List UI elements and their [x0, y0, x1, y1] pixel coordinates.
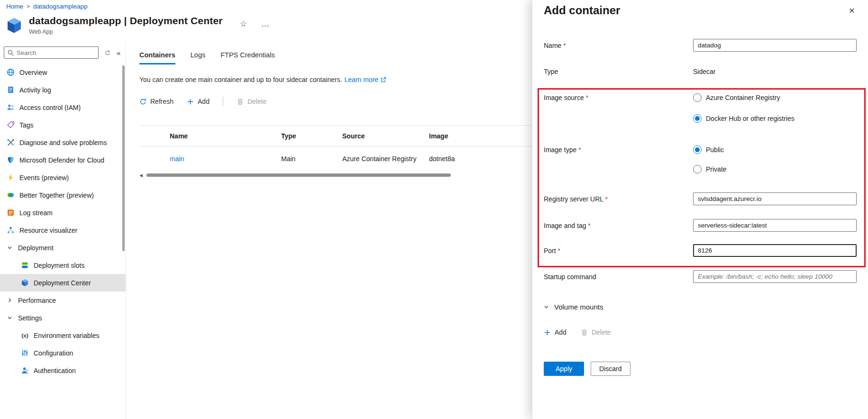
image-source-label: Image source	[544, 93, 693, 101]
tab-logs[interactable]: Logs	[191, 51, 205, 64]
close-icon[interactable]: ×	[846, 5, 858, 16]
sidebar-item-diagnose[interactable]: Diagnose and solve problems	[0, 134, 126, 151]
sidebar-item-log-stream[interactable]: Log stream	[0, 204, 126, 221]
external-link-icon	[380, 77, 386, 83]
sidebar-item-label: Deployment slots	[34, 262, 84, 269]
shield-icon	[7, 156, 15, 164]
tab-containers[interactable]: Containers	[139, 51, 175, 64]
port-input[interactable]	[693, 244, 857, 257]
column-header-name[interactable]: Name	[170, 126, 281, 146]
sidebar-item-label: Deployment Center	[34, 279, 91, 287]
chevron-down-icon	[7, 315, 12, 320]
sidebar-item-label: Tags	[19, 121, 34, 129]
volume-mounts-expander[interactable]: Volume mounts	[544, 303, 857, 311]
panel-title: Add container	[544, 0, 857, 17]
sidebar-item-label: Configuration	[34, 349, 73, 357]
trash-icon	[237, 98, 244, 105]
globe-icon	[7, 68, 15, 76]
plus-icon	[187, 98, 194, 105]
sidebar-item-events[interactable]: Events (preview)	[0, 169, 126, 186]
sidebar-item-label: Events (preview)	[19, 174, 69, 182]
more-options-icon[interactable]: …	[261, 19, 269, 29]
sidebar-item-environment-variables[interactable]: {x} Environment variables	[0, 327, 126, 344]
refresh-icon	[139, 98, 146, 105]
deployment-slots-icon	[21, 261, 29, 269]
table-header-spacer	[139, 126, 170, 146]
search-icon	[7, 49, 14, 56]
sidebar-item-deployment-slots[interactable]: Deployment slots	[0, 256, 126, 274]
name-field-label: Name	[544, 42, 693, 49]
collapse-menu-icon[interactable]: «	[117, 49, 120, 57]
scrollbar-thumb[interactable]	[146, 173, 451, 177]
containers-table: Name Type Source Image main Main Azure C…	[139, 125, 532, 171]
refresh-menu-icon[interactable]	[103, 49, 111, 56]
sidebar-item-defender[interactable]: Microsoft Defender for Cloud	[0, 151, 126, 169]
sidebar-item-tags[interactable]: Tags	[0, 116, 126, 134]
web-app-cube-icon	[6, 17, 23, 34]
port-label: Port	[544, 247, 693, 255]
sidebar-item-label: Activity log	[19, 86, 51, 94]
apply-button[interactable]: Apply	[544, 362, 584, 376]
refresh-button[interactable]: Refresh	[139, 98, 174, 105]
sidebar-item-configuration[interactable]: Configuration	[0, 344, 126, 362]
sidebar-item-resource-visualizer[interactable]: Resource visualizer	[0, 221, 126, 239]
column-header-type[interactable]: Type	[281, 126, 342, 146]
resource-visualizer-icon	[7, 226, 15, 234]
lightning-icon	[7, 173, 15, 182]
radio-unselected-icon	[693, 93, 702, 102]
registry-url-label: Registry server URL	[544, 195, 693, 203]
breadcrumb-app-link[interactable]: datadogsampleapp	[33, 3, 88, 10]
favorite-star-icon[interactable]: ☆	[240, 19, 247, 29]
image-type-radio-group: Public Private	[693, 146, 727, 173]
sidebar-group-deployment[interactable]: Deployment	[0, 239, 126, 256]
container-name-link[interactable]: main	[170, 155, 184, 163]
radio-azure-container-registry[interactable]: Azure Container Registry	[693, 93, 795, 102]
volume-add-button[interactable]: Add	[544, 328, 566, 336]
add-container-button[interactable]: Add	[187, 98, 210, 105]
sidebar-group-performance[interactable]: Performance	[0, 291, 126, 309]
table-row[interactable]: main Main Azure Container Registry dotne…	[139, 146, 532, 171]
tab-ftps-credentials[interactable]: FTPS Credentials	[220, 51, 274, 64]
radio-public[interactable]: Public	[693, 146, 727, 154]
title-block: datadogsampleapp | Deployment Center Web…	[29, 15, 223, 35]
column-header-image[interactable]: Image	[429, 126, 532, 146]
sidebar-group-settings[interactable]: Settings	[0, 309, 126, 327]
deployment-center-icon	[21, 279, 29, 287]
volume-delete-button[interactable]: Delete	[581, 328, 611, 336]
column-header-source[interactable]: Source	[342, 126, 429, 146]
breadcrumb-home-link[interactable]: Home	[6, 3, 23, 10]
sidebar-item-better-together[interactable]: Better Together (preview)	[0, 186, 126, 204]
sidebar-item-access-control[interactable]: Access control (IAM)	[0, 99, 126, 116]
volume-mounts-toolbar: Add Delete	[544, 328, 857, 336]
radio-label: Azure Container Registry	[706, 94, 780, 101]
tag-icon	[7, 121, 15, 129]
registry-url-input[interactable]	[693, 192, 857, 205]
header-actions: ☆ …	[240, 19, 269, 29]
type-value: Sidecar	[693, 68, 715, 75]
radio-private[interactable]: Private	[693, 165, 727, 173]
image-tag-input[interactable]	[693, 219, 857, 232]
radio-docker-hub[interactable]: Docker Hub or other registries	[693, 114, 795, 123]
scrollbar-track[interactable]	[146, 173, 529, 177]
startup-command-input[interactable]	[693, 270, 857, 283]
page-subtitle: Web App	[29, 28, 223, 35]
sidebar-scrollbar[interactable]	[122, 65, 125, 251]
sidebar-item-overview[interactable]: Overview	[0, 64, 126, 81]
chevron-down-icon	[7, 245, 12, 250]
type-field-label: Type	[544, 68, 693, 75]
discard-button[interactable]: Discard	[591, 362, 630, 376]
sidebar-item-authentication[interactable]: Authentication	[0, 362, 126, 379]
sidebar-item-label: Resource visualizer	[19, 227, 77, 234]
breadcrumb: Home > datadogsampleapp	[6, 3, 88, 10]
scroll-left-icon[interactable]: ◀	[139, 173, 146, 178]
toolbar-divider	[223, 97, 223, 106]
container-image-cell: dotnet8a	[429, 146, 532, 171]
sidebar-item-deployment-center[interactable]: Deployment Center	[0, 274, 126, 291]
sidebar-group-label: Settings	[18, 314, 42, 322]
sidebar-item-activity-log[interactable]: Activity log	[0, 81, 126, 99]
learn-more-link[interactable]: Learn more	[345, 76, 387, 83]
search-input[interactable]	[4, 47, 98, 58]
delete-container-button[interactable]: Delete	[237, 98, 266, 105]
name-input[interactable]	[693, 39, 857, 52]
sidebar-item-label: Overview	[19, 69, 47, 76]
